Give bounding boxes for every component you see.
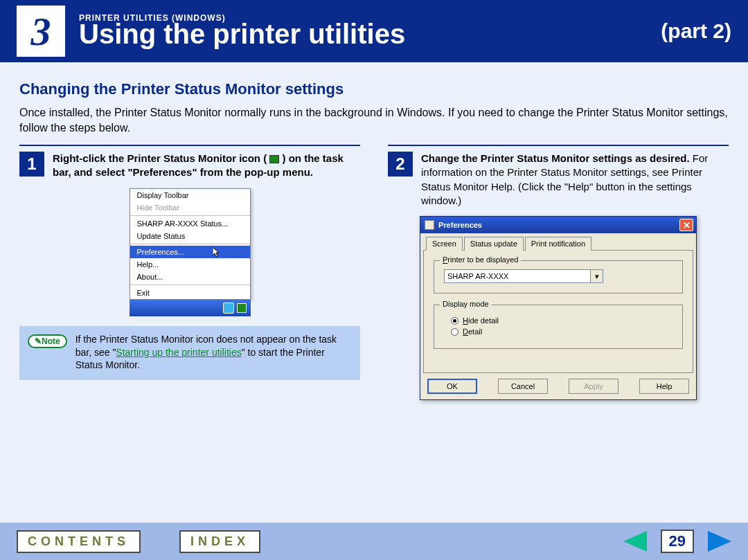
step-2-column: 2 Change the Printer Status Monitor sett… (388, 145, 729, 400)
tab-print-notification[interactable]: Print notification (525, 237, 591, 251)
page-title: Using the printer utilities (79, 19, 661, 50)
dialog-titlebar[interactable]: Preferences ✕ (420, 217, 696, 233)
svg-marker-0 (623, 531, 647, 552)
menu-status[interactable]: SHARP AR-XXXX Status... (130, 217, 250, 230)
taskbar (130, 300, 251, 316)
menu-preferences-label: Preferences... (137, 248, 184, 256)
header-text-block: PRINTER UTILITIES (WINDOWS) Using the pr… (79, 13, 661, 50)
close-button[interactable]: ✕ (679, 219, 693, 231)
taskbar-expand-icon[interactable] (223, 302, 234, 314)
radio-hide-detail[interactable]: Hide detail (451, 316, 673, 325)
section-heading: Changing the Printer Status Monitor sett… (19, 80, 729, 98)
menu-about[interactable]: About... (130, 271, 250, 283)
step-2-badge: 2 (388, 152, 413, 177)
step-1-column: 1 Right-click the Printer Status Monitor… (19, 145, 360, 400)
context-menu-screenshot: Display Toolbar Hide Toolbar SHARP AR-XX… (130, 188, 251, 316)
note-box: ✎Note If the Printer Status Monitor icon… (19, 326, 360, 381)
radio-detail[interactable]: Detail (451, 327, 673, 336)
menu-preferences[interactable]: Preferences... (130, 246, 250, 258)
step-1-badge: 1 (19, 152, 44, 177)
display-mode-legend: Display mode (440, 300, 492, 308)
radio-icon (451, 328, 458, 336)
part-label: (part 2) (661, 19, 731, 43)
next-page-button[interactable] (708, 531, 731, 552)
preferences-dialog: Preferences ✕ Screen Status update Print… (420, 216, 697, 400)
dialog-tabstrip: Screen Status update Print notification (423, 236, 693, 251)
cancel-button[interactable]: Cancel (498, 379, 548, 394)
page-number: 29 (661, 530, 694, 553)
menu-help[interactable]: Help... (130, 258, 250, 271)
svg-marker-1 (708, 531, 731, 552)
contents-button[interactable]: CONTENTS (17, 530, 141, 553)
printer-status-monitor-icon (269, 155, 279, 163)
prev-page-button[interactable] (623, 531, 647, 552)
column-divider (19, 145, 360, 146)
dialog-title: Preferences (438, 221, 482, 229)
page-footer: CONTENTS INDEX 29 (0, 523, 748, 560)
dialog-title-icon (425, 220, 434, 230)
page-header: 3 PRINTER UTILITIES (WINDOWS) Using the … (0, 0, 748, 62)
note-text: If the Printer Status Monitor icon does … (75, 333, 352, 372)
printer-fieldset-legend: Printer to be displayed (440, 255, 521, 264)
step-2-text: Change the Printer Status Monitor settin… (421, 152, 729, 208)
note-label: ✎Note (28, 334, 67, 348)
tab-screen[interactable]: Screen (426, 237, 463, 251)
intro-text: Once installed, the Printer Status Monit… (19, 105, 729, 135)
apply-button: Apply (569, 379, 618, 394)
chapter-number: 3 (17, 6, 65, 57)
printer-combobox[interactable]: SHARP AR-XXXX ▾ (444, 269, 603, 283)
printer-fieldset: Printer to be displayed SHARP AR-XXXX ▾ (434, 260, 683, 293)
radio-icon (451, 317, 458, 325)
menu-hide-toolbar: Hide Toolbar (130, 201, 250, 214)
cursor-icon (213, 247, 222, 258)
page-body: Changing the Printer Status Monitor sett… (0, 62, 748, 400)
help-button[interactable]: Help (639, 379, 689, 394)
printer-combobox-value: SHARP AR-XXXX (447, 272, 508, 280)
step-1-prefix: Right-click the Printer Status Monitor i… (53, 152, 267, 164)
menu-display-toolbar[interactable]: Display Toolbar (130, 189, 250, 201)
menu-exit[interactable]: Exit (130, 287, 250, 299)
tab-status-update[interactable]: Status update (464, 237, 524, 251)
menu-update-status[interactable]: Update Status (130, 230, 250, 242)
chevron-down-icon[interactable]: ▾ (590, 270, 603, 282)
note-link[interactable]: Starting up the printer utilities (116, 347, 241, 358)
taskbar-printer-status-icon[interactable] (237, 303, 247, 313)
step-1-text: Right-click the Printer Status Monitor i… (53, 152, 360, 180)
column-divider (388, 145, 729, 146)
step-2-bold: Change the Printer Status Monitor settin… (421, 152, 690, 164)
display-mode-fieldset: Display mode Hide detail Detail (434, 305, 683, 349)
ok-button[interactable]: OK (427, 379, 477, 394)
index-button[interactable]: INDEX (179, 530, 260, 553)
